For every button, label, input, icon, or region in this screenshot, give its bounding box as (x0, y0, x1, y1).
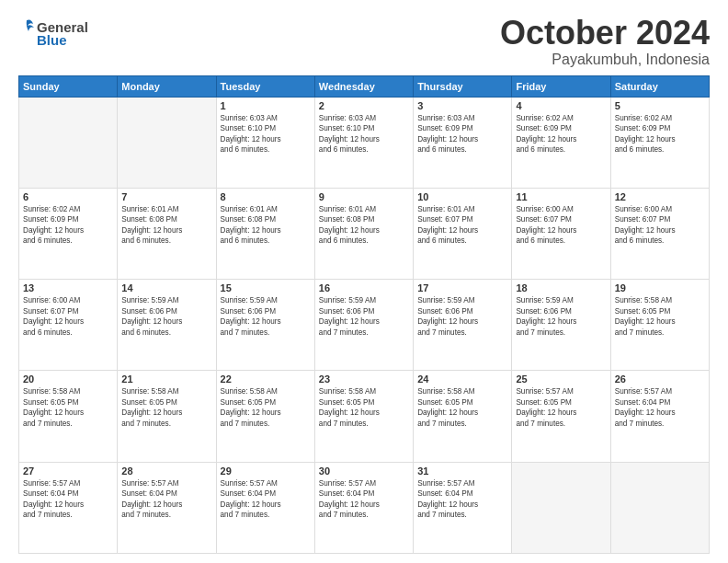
day-info: Sunrise: 6:01 AMSunset: 6:08 PMDaylight:… (221, 204, 311, 247)
cell-w2-d5: 18Sunrise: 5:59 AMSunset: 6:06 PMDayligh… (512, 280, 610, 371)
cell-w4-d2: 29Sunrise: 5:57 AMSunset: 6:04 PMDayligh… (216, 462, 314, 553)
day-info: Sunrise: 6:03 AMSunset: 6:10 PMDaylight:… (221, 113, 311, 155)
day-info: Sunrise: 5:57 AMSunset: 6:05 PMDaylight:… (516, 386, 606, 429)
day-number: 28 (121, 465, 211, 477)
day-number: 21 (121, 373, 211, 385)
day-number: 14 (121, 282, 211, 293)
day-number: 26 (615, 373, 705, 385)
day-number: 23 (319, 373, 409, 385)
day-number: 4 (516, 100, 606, 111)
cell-w0-d3: 2Sunrise: 6:03 AMSunset: 6:10 PMDaylight… (314, 97, 413, 188)
day-info: Sunrise: 5:58 AMSunset: 6:05 PMDaylight:… (417, 386, 507, 429)
cell-w4-d0: 27Sunrise: 5:57 AMSunset: 6:04 PMDayligh… (19, 462, 118, 553)
day-number: 25 (516, 373, 606, 385)
day-number: 22 (221, 373, 311, 385)
day-info: Sunrise: 6:01 AMSunset: 6:07 PMDaylight:… (417, 204, 507, 247)
day-info: Sunrise: 5:57 AMSunset: 6:04 PMDaylight:… (23, 478, 113, 521)
day-info: Sunrise: 5:59 AMSunset: 6:06 PMDaylight:… (319, 295, 409, 338)
day-number: 10 (417, 191, 507, 202)
day-info: Sunrise: 5:57 AMSunset: 6:04 PMDaylight:… (221, 478, 311, 521)
day-info: Sunrise: 5:58 AMSunset: 6:05 PMDaylight:… (121, 386, 211, 429)
cell-w3-d1: 21Sunrise: 5:58 AMSunset: 6:05 PMDayligh… (118, 371, 216, 462)
cell-w1-d3: 9Sunrise: 6:01 AMSunset: 6:08 PMDaylight… (314, 188, 413, 279)
cell-w2-d0: 13Sunrise: 6:00 AMSunset: 6:07 PMDayligh… (19, 280, 118, 371)
day-number: 13 (23, 282, 113, 293)
day-info: Sunrise: 5:58 AMSunset: 6:05 PMDaylight:… (23, 386, 113, 429)
cell-w0-d0 (19, 97, 118, 188)
month-title: October 2024 (500, 15, 710, 52)
cell-w1-d5: 11Sunrise: 6:00 AMSunset: 6:07 PMDayligh… (512, 188, 610, 279)
day-info: Sunrise: 6:02 AMSunset: 6:09 PMDaylight:… (615, 113, 705, 155)
day-number: 15 (221, 282, 311, 293)
day-number: 1 (221, 100, 311, 111)
day-info: Sunrise: 5:58 AMSunset: 6:05 PMDaylight:… (615, 295, 705, 338)
calendar-table: SundayMondayTuesdayWednesdayThursdayFrid… (18, 75, 710, 554)
day-info: Sunrise: 6:01 AMSunset: 6:08 PMDaylight:… (319, 204, 409, 247)
day-info: Sunrise: 5:58 AMSunset: 6:05 PMDaylight:… (221, 386, 311, 429)
page: General Blue October 2024 Payakumbuh, In… (0, 0, 728, 563)
day-info: Sunrise: 6:00 AMSunset: 6:07 PMDaylight:… (516, 204, 606, 247)
day-number: 9 (319, 191, 409, 202)
cell-w1-d2: 8Sunrise: 6:01 AMSunset: 6:08 PMDaylight… (216, 188, 314, 279)
day-number: 19 (615, 282, 705, 293)
header-friday: Friday (512, 75, 610, 97)
cell-w3-d3: 23Sunrise: 5:58 AMSunset: 6:05 PMDayligh… (314, 371, 413, 462)
cell-w3-d6: 26Sunrise: 5:57 AMSunset: 6:04 PMDayligh… (610, 371, 709, 462)
day-number: 7 (121, 191, 211, 202)
day-info: Sunrise: 6:02 AMSunset: 6:09 PMDaylight:… (516, 113, 606, 155)
day-info: Sunrise: 5:59 AMSunset: 6:06 PMDaylight:… (121, 295, 211, 338)
day-info: Sunrise: 6:00 AMSunset: 6:07 PMDaylight:… (615, 204, 705, 247)
header-saturday: Saturday (610, 75, 709, 97)
header-sunday: Sunday (19, 75, 118, 97)
day-info: Sunrise: 5:59 AMSunset: 6:06 PMDaylight:… (516, 295, 606, 338)
day-info: Sunrise: 5:58 AMSunset: 6:05 PMDaylight:… (319, 386, 409, 429)
cell-w1-d1: 7Sunrise: 6:01 AMSunset: 6:08 PMDaylight… (118, 188, 216, 279)
bird-icon (18, 18, 35, 48)
day-info: Sunrise: 5:57 AMSunset: 6:04 PMDaylight:… (417, 478, 507, 521)
cell-w1-d0: 6Sunrise: 6:02 AMSunset: 6:09 PMDaylight… (19, 188, 118, 279)
cell-w1-d4: 10Sunrise: 6:01 AMSunset: 6:07 PMDayligh… (414, 188, 512, 279)
day-number: 29 (221, 465, 311, 477)
day-number: 11 (516, 191, 606, 202)
day-number: 6 (23, 191, 113, 202)
day-number: 17 (417, 282, 507, 293)
day-info: Sunrise: 6:03 AMSunset: 6:09 PMDaylight:… (417, 113, 507, 155)
title-area: October 2024 Payakumbuh, Indonesia (500, 15, 710, 68)
day-number: 30 (319, 465, 409, 477)
cell-w2-d3: 16Sunrise: 5:59 AMSunset: 6:06 PMDayligh… (314, 280, 413, 371)
day-info: Sunrise: 5:57 AMSunset: 6:04 PMDaylight:… (615, 386, 705, 429)
day-number: 20 (23, 373, 113, 385)
day-number: 31 (417, 465, 507, 477)
day-info: Sunrise: 5:57 AMSunset: 6:04 PMDaylight:… (121, 478, 211, 521)
day-number: 16 (319, 282, 409, 293)
location: Payakumbuh, Indonesia (500, 52, 710, 68)
cell-w4-d4: 31Sunrise: 5:57 AMSunset: 6:04 PMDayligh… (414, 462, 512, 553)
cell-w4-d3: 30Sunrise: 5:57 AMSunset: 6:04 PMDayligh… (314, 462, 413, 553)
day-number: 27 (23, 465, 113, 477)
cell-w0-d1 (118, 97, 216, 188)
header-monday: Monday (118, 75, 216, 97)
cell-w0-d6: 5Sunrise: 6:02 AMSunset: 6:09 PMDaylight… (610, 97, 709, 188)
cell-w3-d2: 22Sunrise: 5:58 AMSunset: 6:05 PMDayligh… (216, 371, 314, 462)
cell-w1-d6: 12Sunrise: 6:00 AMSunset: 6:07 PMDayligh… (610, 188, 709, 279)
cell-w2-d4: 17Sunrise: 5:59 AMSunset: 6:06 PMDayligh… (414, 280, 512, 371)
day-number: 5 (615, 100, 705, 111)
day-info: Sunrise: 6:00 AMSunset: 6:07 PMDaylight:… (23, 295, 113, 338)
header: General Blue October 2024 Payakumbuh, In… (18, 15, 710, 68)
header-tuesday: Tuesday (216, 75, 314, 97)
cell-w2-d2: 15Sunrise: 5:59 AMSunset: 6:06 PMDayligh… (216, 280, 314, 371)
logo-blue: Blue (37, 32, 88, 48)
cell-w3-d5: 25Sunrise: 5:57 AMSunset: 6:05 PMDayligh… (512, 371, 610, 462)
cell-w0-d2: 1Sunrise: 6:03 AMSunset: 6:10 PMDaylight… (216, 97, 314, 188)
day-info: Sunrise: 6:02 AMSunset: 6:09 PMDaylight:… (23, 204, 113, 247)
day-info: Sunrise: 5:59 AMSunset: 6:06 PMDaylight:… (417, 295, 507, 338)
day-number: 24 (417, 373, 507, 385)
cell-w3-d4: 24Sunrise: 5:58 AMSunset: 6:05 PMDayligh… (414, 371, 512, 462)
cell-w2-d1: 14Sunrise: 5:59 AMSunset: 6:06 PMDayligh… (118, 280, 216, 371)
day-number: 8 (221, 191, 311, 202)
day-number: 3 (417, 100, 507, 111)
cell-w0-d5: 4Sunrise: 6:02 AMSunset: 6:09 PMDaylight… (512, 97, 610, 188)
logo: General Blue (18, 15, 88, 52)
cell-w4-d5 (512, 462, 610, 553)
day-number: 12 (615, 191, 705, 202)
